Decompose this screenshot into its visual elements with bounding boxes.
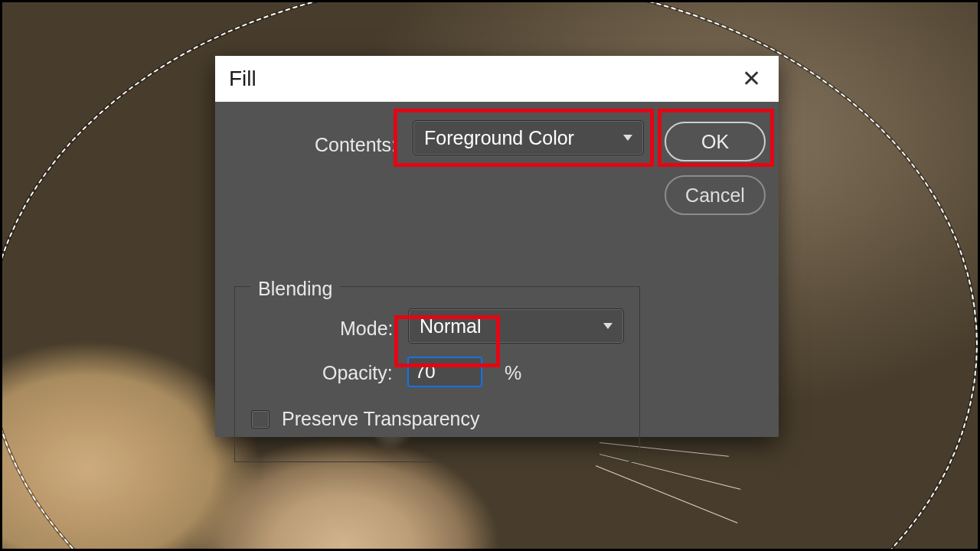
chevron-down-icon (603, 323, 612, 329)
mode-label: Mode: (340, 318, 393, 340)
mode-select[interactable]: Normal (408, 308, 624, 344)
opacity-label: Opacity: (322, 362, 393, 384)
blending-legend: Blending (250, 278, 340, 300)
ok-button[interactable]: OK (665, 122, 766, 161)
cancel-label: Cancel (685, 184, 745, 207)
preserve-checkbox[interactable] (251, 410, 270, 429)
opacity-unit: % (505, 362, 521, 384)
fill-dialog: Fill ✕ Contents: Foreground Color OK Can… (215, 56, 779, 437)
cancel-button[interactable]: Cancel (665, 175, 766, 215)
dialog-title: Fill (229, 67, 256, 91)
mode-value: Normal (420, 315, 482, 337)
chevron-down-icon (623, 135, 632, 141)
contents-value: Foreground Color (424, 127, 574, 149)
editor-canvas: Fill ✕ Contents: Foreground Color OK Can… (2, 2, 978, 549)
preserve-label: Preserve Transparency (282, 408, 479, 430)
contents-select[interactable]: Foreground Color (413, 120, 644, 155)
close-icon[interactable]: ✕ (740, 68, 762, 90)
opacity-input[interactable] (408, 357, 482, 386)
contents-label: Contents: (315, 134, 397, 156)
ok-label: OK (701, 131, 729, 153)
contents-row: Contents: (315, 134, 406, 156)
dialog-titlebar: Fill ✕ (215, 56, 779, 102)
preserve-row[interactable]: Preserve Transparency (251, 408, 479, 430)
